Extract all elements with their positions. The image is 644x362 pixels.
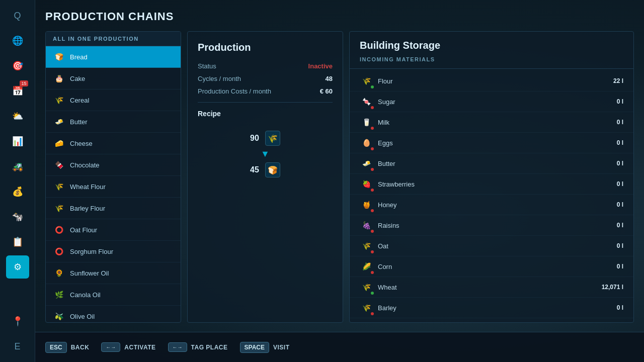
- back-label: BACK: [71, 344, 90, 351]
- storage-item-corn: 🌽 Corn 0 l: [350, 256, 633, 277]
- prod-item-label-olive_oil: Olive Oil: [70, 313, 95, 320]
- storage-item-name: Eggs: [378, 139, 617, 147]
- tag-key: ←→: [168, 342, 187, 352]
- prod-item-label-cereal: Cereal: [70, 97, 89, 104]
- storage-item-name: Butter: [378, 160, 617, 167]
- sidebar-icon-location[interactable]: 📍: [6, 310, 29, 333]
- e-icon: E: [14, 341, 20, 352]
- storage-icon-flour: 🌾: [360, 74, 373, 87]
- prod-item-icon-barley_flour: 🌾: [53, 202, 65, 214]
- status-value: Inactive: [308, 62, 333, 70]
- status-dot: [371, 85, 374, 88]
- prod-item-label-cheese: Cheese: [70, 140, 93, 147]
- prod-item-label-cake: Cake: [70, 75, 85, 82]
- money-icon: 💰: [12, 186, 23, 197]
- production-list-header: ALL IN ONE PRODUCTION: [46, 32, 181, 46]
- storage-icon-butter: 🧈: [360, 157, 373, 170]
- storage-item-amount: 12,071 l: [602, 284, 623, 291]
- storage-item-name: Oat: [378, 242, 617, 250]
- storage-item-name: Milk: [378, 119, 617, 126]
- storage-icon-sorghum: 🌾: [360, 322, 373, 322]
- production-title: Production: [198, 42, 333, 53]
- activate-key: ←→: [101, 342, 120, 352]
- sidebar-icon-notes[interactable]: 📋: [6, 230, 29, 253]
- sidebar-icon-money[interactable]: 💰: [6, 180, 29, 203]
- storage-item-name: Wheat: [378, 284, 602, 291]
- storage-item-wheat: 🌾 Wheat 12,071 l: [350, 277, 633, 298]
- status-dot: [371, 189, 374, 192]
- storage-item-name: Sugar: [378, 98, 617, 106]
- prod-item-cereal[interactable]: 🌾 Cereal: [46, 89, 181, 111]
- storage-icon-wheat: 🌾: [360, 281, 373, 294]
- tag-place-btn[interactable]: ←→ TAG PLACE: [168, 342, 228, 352]
- sidebar-icon-weather[interactable]: ⛅: [6, 105, 29, 128]
- main-content: PRODUCTION CHAINS ALL IN ONE PRODUCTION …: [35, 0, 644, 362]
- storage-item-name: Flour: [378, 77, 613, 85]
- prod-item-icon-canola_oil: 🌿: [53, 289, 65, 301]
- recipe-label: Recipe: [198, 110, 333, 118]
- storage-icon-strawberries: 🍓: [360, 177, 373, 191]
- calendar-icon: 📅: [12, 85, 23, 97]
- prod-item-butter[interactable]: 🧈 Butter: [46, 111, 181, 133]
- storage-item-strawberries: 🍓 Strawberries 0 l: [350, 174, 633, 195]
- prod-item-icon-butter: 🧈: [53, 116, 65, 128]
- prod-item-olive_oil[interactable]: 🫒 Olive Oil: [46, 306, 181, 322]
- esc-back-btn[interactable]: ESC BACK: [45, 342, 89, 353]
- sidebar-icon-calendar[interactable]: 📅 15: [6, 79, 29, 103]
- visit-btn[interactable]: SPACE VISIT: [240, 342, 290, 353]
- storage-item-name: Barley: [378, 304, 617, 312]
- storage-item-amount: 22 l: [613, 77, 623, 84]
- storage-item-amount: 0 l: [617, 160, 623, 167]
- status-dot: [371, 271, 374, 274]
- storage-item-amount: 0 l: [617, 242, 623, 249]
- cycles-label: Cycles / month: [198, 75, 241, 82]
- storage-item-amount: 0 l: [617, 304, 623, 311]
- prod-item-cake[interactable]: 🎂 Cake: [46, 68, 181, 89]
- cycles-value: 48: [326, 75, 333, 82]
- activate-btn[interactable]: ←→ ACTIVATE: [101, 342, 155, 352]
- sidebar-icon-livestock[interactable]: 🐄: [6, 205, 29, 228]
- storage-item-butter: 🧈 Butter 0 l: [350, 153, 633, 174]
- storage-item-sorghum: 🌾 Sorghum 0 l: [350, 318, 633, 322]
- prod-item-canola_oil[interactable]: 🌿 Canola Oil: [46, 284, 181, 306]
- sidebar-icon-globe[interactable]: 🌐: [6, 29, 29, 52]
- prod-item-label-wheat_flour: Wheat Flour: [70, 183, 106, 191]
- status-dot: [371, 147, 374, 150]
- sidebar-icon-production[interactable]: ⚙: [6, 255, 29, 279]
- prod-item-icon-cereal: 🌾: [53, 94, 65, 106]
- sidebar-icon-chart[interactable]: 📊: [6, 130, 29, 153]
- prod-item-cheese[interactable]: 🧀 Cheese: [46, 133, 181, 154]
- recipe-output-amount: 45: [250, 165, 259, 174]
- storage-item-amount: 0 l: [617, 139, 623, 146]
- bottom-bar: ESC BACK ←→ ACTIVATE ←→ TAG PLACE SPACE …: [35, 332, 644, 362]
- sidebar-icon-e[interactable]: E: [6, 335, 29, 358]
- storage-item-amount: 0 l: [617, 263, 623, 270]
- prod-item-wheat_flour[interactable]: 🌾 Wheat Flour: [46, 176, 181, 198]
- esc-key: ESC: [45, 342, 67, 353]
- prod-item-label-butter: Butter: [70, 118, 88, 126]
- recipe-input-amount: 90: [250, 134, 259, 143]
- storage-item-amount: 0 l: [617, 201, 623, 208]
- sidebar-icon-q[interactable]: Q: [6, 4, 29, 27]
- storage-item-amount: 0 l: [617, 119, 623, 126]
- prod-item-label-chocolate: Chocolate: [70, 161, 100, 169]
- storage-item-name: Honey: [378, 201, 617, 209]
- storage-icon-barley: 🌾: [360, 301, 373, 314]
- space-key: SPACE: [240, 342, 269, 353]
- building-storage-panel: Building Storage Incoming Materials 🌾 Fl…: [349, 31, 634, 323]
- costs-value: € 60: [320, 87, 333, 95]
- storage-icon-sugar: 🍬: [360, 95, 373, 108]
- prod-item-sunflower_oil[interactable]: 🌻 Sunflower Oil: [46, 262, 181, 284]
- prod-item-chocolate[interactable]: 🍫 Chocolate: [46, 154, 181, 176]
- prod-item-bread[interactable]: 🍞 Bread: [46, 46, 181, 68]
- prod-item-sorghum_flour[interactable]: ⭕ Sorghum Flour: [46, 241, 181, 262]
- production-icon: ⚙: [14, 261, 22, 273]
- prod-item-barley_flour[interactable]: 🌾 Barley Flour: [46, 198, 181, 219]
- prod-item-oat_flour[interactable]: ⭕ Oat Flour: [46, 219, 181, 241]
- status-dot: [371, 106, 374, 109]
- sidebar-icon-tractor[interactable]: 🚜: [6, 155, 29, 178]
- status-row: Status Inactive: [198, 62, 333, 70]
- location-icon: 📍: [12, 316, 23, 327]
- sidebar-icon-steering[interactable]: 🎯: [6, 54, 29, 77]
- status-dot: [371, 127, 374, 130]
